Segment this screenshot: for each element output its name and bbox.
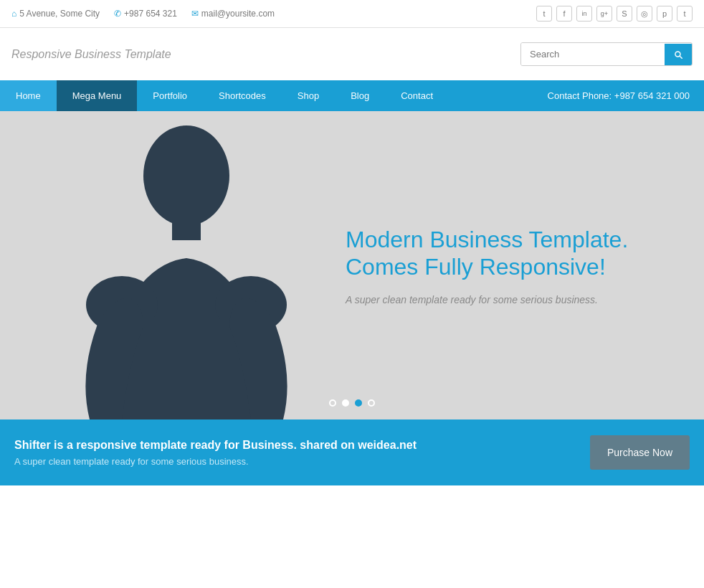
nav-item-contact: Contact bbox=[385, 80, 449, 111]
pinterest-icon[interactable]: p bbox=[657, 6, 672, 22]
nav-contact-phone: Contact Phone: +987 654 321 000 bbox=[533, 80, 704, 111]
nav-link-portfolio[interactable]: Portfolio bbox=[137, 80, 203, 111]
search-box bbox=[520, 42, 693, 66]
phone-item: ✆ +987 654 321 bbox=[114, 9, 177, 19]
nav-bar: Home Mega Menu Portfolio Shortcodes Shop… bbox=[0, 80, 704, 111]
hero-title: Modern Business Template. Comes Fully Re… bbox=[346, 226, 647, 281]
mail-icon: ✉ bbox=[191, 9, 199, 19]
slider-dots bbox=[329, 399, 375, 407]
cta-bar: Shifter is a responsive template ready f… bbox=[0, 419, 704, 485]
header-area: Responsive Business Template bbox=[0, 28, 704, 80]
search-button[interactable] bbox=[665, 44, 692, 65]
phone-text: +987 654 321 bbox=[124, 9, 177, 19]
hero-slider: Modern Business Template. Comes Fully Re… bbox=[0, 111, 704, 419]
cta-main-text: Shifter is a responsive template ready f… bbox=[14, 439, 590, 452]
cta-sub-text: A super clean template ready for some se… bbox=[14, 456, 590, 467]
nav-item-shop: Shop bbox=[282, 80, 335, 111]
nav-item-home: Home bbox=[0, 80, 57, 111]
slider-dot-1[interactable] bbox=[329, 399, 336, 407]
search-icon bbox=[673, 49, 683, 60]
top-bar-left: ⌂ 5 Avenue, Some City ✆ +987 654 321 ✉ m… bbox=[11, 9, 275, 19]
phone-icon: ✆ bbox=[114, 9, 121, 19]
purchase-now-button[interactable]: Purchase Now bbox=[590, 435, 690, 470]
nav-link-mega-menu[interactable]: Mega Menu bbox=[57, 80, 138, 111]
logo: Responsive Business Template bbox=[11, 48, 171, 61]
email-item: ✉ mail@yoursite.com bbox=[191, 9, 275, 19]
person-silhouette bbox=[50, 118, 323, 419]
nav-item-portfolio: Portfolio bbox=[137, 80, 203, 111]
slider-dot-3[interactable] bbox=[355, 399, 362, 407]
address-text: 5 Avenue, Some City bbox=[19, 9, 100, 19]
linkedin-icon[interactable]: in bbox=[576, 6, 592, 22]
nav-item-blog: Blog bbox=[335, 80, 385, 111]
nav-item-mega-menu: Mega Menu bbox=[57, 80, 138, 111]
twitter-icon[interactable]: t bbox=[536, 6, 552, 22]
googleplus-icon[interactable]: g+ bbox=[596, 6, 612, 22]
top-bar: ⌂ 5 Avenue, Some City ✆ +987 654 321 ✉ m… bbox=[0, 0, 704, 28]
address-item: ⌂ 5 Avenue, Some City bbox=[11, 9, 100, 19]
search-input[interactable] bbox=[521, 43, 665, 65]
nav-link-shop[interactable]: Shop bbox=[282, 80, 335, 111]
social-icons-group: t f in g+ S ◎ p t bbox=[536, 6, 693, 22]
hero-content: Modern Business Template. Comes Fully Re… bbox=[346, 226, 647, 305]
svg-rect-1 bbox=[172, 219, 201, 240]
tumblr-icon[interactable]: t bbox=[677, 6, 693, 22]
nav-link-blog[interactable]: Blog bbox=[335, 80, 385, 111]
nav-link-contact[interactable]: Contact bbox=[385, 80, 449, 111]
slider-dot-2[interactable] bbox=[342, 399, 349, 407]
skype-icon[interactable]: S bbox=[617, 6, 632, 22]
cta-text-block: Shifter is a responsive template ready f… bbox=[14, 439, 590, 467]
nav-link-home[interactable]: Home bbox=[0, 80, 57, 111]
nav-link-shortcodes[interactable]: Shortcodes bbox=[203, 80, 282, 111]
dribbble-icon[interactable]: ◎ bbox=[637, 6, 652, 22]
nav-items: Home Mega Menu Portfolio Shortcodes Shop… bbox=[0, 80, 449, 111]
hero-figure bbox=[43, 118, 330, 419]
email-text: mail@yoursite.com bbox=[201, 9, 275, 19]
slider-dot-4[interactable] bbox=[368, 399, 375, 407]
svg-point-0 bbox=[143, 125, 229, 226]
hero-subtitle: A super clean template ready for some se… bbox=[346, 293, 647, 305]
home-icon: ⌂ bbox=[11, 9, 16, 19]
facebook-icon[interactable]: f bbox=[556, 6, 572, 22]
nav-item-shortcodes: Shortcodes bbox=[203, 80, 282, 111]
